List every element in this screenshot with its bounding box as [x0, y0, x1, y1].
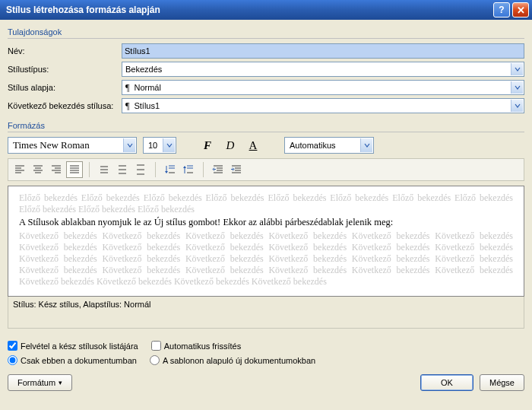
ok-button[interactable]: OK [420, 374, 473, 391]
name-input[interactable] [122, 43, 524, 59]
italic-button[interactable]: D [222, 137, 239, 154]
thisdoc-input[interactable] [8, 355, 17, 365]
underline-button[interactable]: A [245, 137, 261, 154]
title-bar: Stílus létrehozása formázás alapján ? ✕ [0, 0, 532, 20]
type-value: Bekezdés [125, 65, 162, 74]
bold-button[interactable]: F [199, 137, 216, 154]
space-before-inc-button[interactable] [162, 161, 179, 178]
align-left-button[interactable] [11, 161, 28, 178]
chevron-down-icon [511, 81, 523, 94]
base-select[interactable]: ¶ Normál [122, 80, 524, 95]
indent-decrease-button[interactable] [210, 161, 226, 178]
menu-indicator-icon: ▾ [59, 379, 62, 386]
chevron-down-icon [360, 138, 372, 152]
font-select[interactable]: Times New Roman [8, 137, 137, 154]
indent-increase-button[interactable] [228, 161, 245, 178]
preview-next: Következő bekezdés Következő bekezdés Kö… [19, 230, 513, 288]
cancel-button[interactable]: Mégse [480, 374, 524, 391]
base-label: Stílus alapja: [8, 83, 122, 92]
group-properties: Tulajdonságok [8, 27, 524, 37]
thisdoc-radio[interactable]: Csak ebben a dokumentumban [8, 355, 137, 365]
newdocs-input[interactable] [150, 355, 160, 365]
autoupdate-checkbox[interactable]: Automatikus frissítés [151, 341, 241, 351]
pilcrow-icon: ¶ [125, 82, 129, 94]
chevron-down-icon [511, 63, 523, 75]
linespacing-1-button[interactable] [96, 161, 112, 178]
paragraph-toolbar [8, 158, 524, 181]
pilcrow-icon: ¶ [125, 100, 129, 112]
addlist-input[interactable] [8, 341, 17, 351]
base-value: Normál [134, 83, 160, 92]
preview-prev: Előző bekezdés Előző bekezdés Előző beke… [19, 192, 513, 215]
linespacing-15-button[interactable] [114, 161, 131, 178]
next-select[interactable]: ¶ Stílus1 [122, 98, 524, 113]
close-button[interactable]: ✕ [512, 2, 529, 17]
help-button[interactable]: ? [493, 2, 510, 17]
space-before-dec-button[interactable] [180, 161, 197, 178]
align-right-button[interactable] [48, 161, 65, 178]
preview-pane: Előző bekezdés Előző bekezdés Előző beke… [8, 186, 524, 297]
color-value: Automatikus [290, 141, 336, 150]
name-label: Név: [8, 46, 122, 56]
type-label: Stílustípus: [8, 65, 122, 74]
chevron-down-icon [511, 100, 523, 112]
newdocs-radio[interactable]: A sablonon alapuló új dokumentumokban [150, 355, 315, 365]
dialog-title: Stílus létrehozása formázás alapján [6, 5, 491, 15]
font-value: Times New Roman [13, 139, 90, 151]
next-label: Következő bekezdés stílusa: [8, 101, 122, 110]
preview-sample: A Stílusok ablakban nyomjuk le az Új stí… [19, 217, 513, 229]
next-value: Stílus1 [134, 101, 160, 110]
linespacing-2-button[interactable] [132, 161, 149, 178]
align-justify-button[interactable] [66, 161, 83, 178]
size-value: 10 [148, 141, 157, 150]
fontcolor-select[interactable]: Automatikus [284, 137, 374, 154]
style-description: Stílus: Kész stílus, Alapstílus: Normál [8, 297, 524, 329]
autoupdate-input[interactable] [151, 341, 161, 351]
group-format: Formázás [8, 121, 524, 130]
chevron-down-icon [123, 138, 135, 152]
size-select[interactable]: 10 [143, 137, 176, 154]
chevron-down-icon [163, 138, 175, 152]
type-select[interactable]: Bekezdés [122, 62, 524, 77]
addlist-checkbox[interactable]: Felvétel a kész stílusok listájára [8, 341, 138, 351]
format-menu-button[interactable]: Formátum▾ [8, 374, 72, 391]
align-center-button[interactable] [30, 161, 46, 178]
